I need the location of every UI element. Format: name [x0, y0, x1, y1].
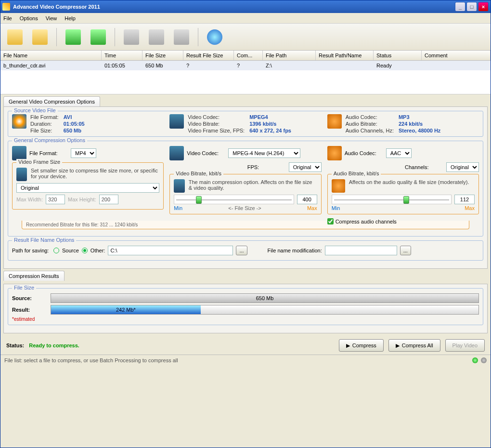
- col-time[interactable]: Time: [102, 51, 142, 60]
- statusbar: File list: select a file to compress, or…: [0, 355, 491, 365]
- play-result-button[interactable]: [171, 27, 192, 47]
- footer: Status: Ready to compress. ▶Compress ▶Co…: [0, 336, 491, 355]
- col-comment[interactable]: Comment: [422, 51, 491, 60]
- filename-mod-input[interactable]: [325, 246, 397, 255]
- table-row[interactable]: b_thunder_cdr.avi 01:05:05 650 Mb ? ? Z:…: [0, 61, 491, 70]
- help-icon: [207, 29, 222, 45]
- menubar: File Options View Help: [0, 13, 491, 24]
- video-bitrate-input[interactable]: [297, 195, 317, 204]
- film-icon: [169, 114, 184, 129]
- app-icon: [2, 3, 10, 11]
- max-height-input: [99, 195, 118, 204]
- bitrate-icon: [174, 179, 184, 193]
- open-file-button[interactable]: [4, 27, 26, 47]
- general-compression-fieldset: General Compression Options File Format:…: [8, 141, 483, 237]
- video-frame-size-fieldset: Video Frame Size Set smaller size to com…: [12, 162, 164, 210]
- col-size[interactable]: File Size: [142, 51, 183, 60]
- path-other-input[interactable]: [108, 246, 233, 255]
- fps-select[interactable]: Original: [289, 162, 322, 172]
- result-filename-fieldset: Result File Name Options Path for saving…: [8, 240, 483, 261]
- source-video-fieldset: Source Video File File Format:AVI Durati…: [8, 111, 483, 137]
- source-size-bar: 650 Mb: [51, 293, 479, 303]
- maximize-button[interactable]: □: [466, 2, 477, 12]
- toolbar: [0, 24, 491, 51]
- menu-options[interactable]: Options: [20, 15, 38, 21]
- menu-view[interactable]: View: [46, 15, 57, 21]
- compress-single-button[interactable]: [63, 27, 84, 47]
- status-text: Ready to compress.: [29, 343, 79, 348]
- compress-button[interactable]: ▶Compress: [339, 339, 384, 352]
- pause-icon: [124, 29, 139, 45]
- play-icon: ▶: [346, 343, 350, 349]
- frame-size-select[interactable]: Original: [16, 183, 159, 193]
- pause-button[interactable]: [121, 27, 142, 47]
- col-status[interactable]: Status: [374, 51, 422, 60]
- close-button[interactable]: ×: [478, 2, 489, 12]
- compress-all-button[interactable]: ▶Compress All: [388, 339, 440, 352]
- folder-icon: [32, 29, 48, 45]
- audio-codec-select[interactable]: AAC: [386, 148, 412, 158]
- col-path[interactable]: File Path: [263, 51, 316, 60]
- status-led-grey: [481, 357, 487, 363]
- filename-mod-button[interactable]: ...: [400, 246, 411, 255]
- play-icon: [65, 29, 81, 45]
- video-codec-select[interactable]: MPEG-4 New (H.264): [228, 148, 300, 158]
- audio-bitrate-fieldset: Audio Bitrate, kbit/s Affects on the aud…: [327, 174, 479, 214]
- audio-bitrate-slider[interactable]: [332, 195, 452, 204]
- disc-icon: [12, 114, 26, 129]
- col-result-size[interactable]: Result File Size: [183, 51, 234, 60]
- speaker-icon: [327, 146, 342, 160]
- col-filename[interactable]: File Name: [0, 51, 102, 60]
- result-size-bar: 242 Mb*: [51, 305, 479, 315]
- file-list-header: File Name Time File Size Result File Siz…: [0, 51, 491, 61]
- audio-bitrate-icon: [332, 179, 345, 193]
- max-width-input: [46, 195, 65, 204]
- file-size-fieldset: File Size Source: 650 Mb Result: 242 Mb*…: [8, 288, 483, 325]
- menu-file[interactable]: File: [3, 15, 12, 21]
- folder-icon: [7, 29, 23, 45]
- video-bitrate-slider[interactable]: [174, 195, 294, 204]
- channels-select[interactable]: Original: [446, 162, 479, 172]
- film-icon: [12, 146, 26, 160]
- tab-general[interactable]: General Video Compression Options: [3, 96, 100, 106]
- window-title: Advanced Video Compressor 2011: [13, 4, 100, 10]
- file-format-select[interactable]: MP4: [71, 148, 96, 158]
- menu-help[interactable]: Help: [65, 15, 76, 21]
- audio-bitrate-input[interactable]: [454, 195, 475, 204]
- tab-results[interactable]: Compression Results: [3, 271, 65, 281]
- minimize-button[interactable]: _: [455, 2, 465, 12]
- compress-audio-checkbox[interactable]: [327, 218, 334, 224]
- film-icon: [169, 146, 184, 160]
- path-source-radio[interactable]: [53, 248, 59, 253]
- col-result-path[interactable]: Result Path/Name: [316, 51, 374, 60]
- compress-batch-button[interactable]: [88, 27, 109, 47]
- speaker-icon: [327, 114, 342, 129]
- col-compression[interactable]: Com...: [234, 51, 263, 60]
- play-result-icon: [174, 29, 189, 45]
- play-icon: [90, 29, 106, 45]
- path-other-radio[interactable]: [82, 248, 88, 253]
- resize-icon: [16, 168, 27, 181]
- open-folder-button[interactable]: [29, 27, 51, 47]
- stop-icon: [149, 29, 164, 45]
- file-list: File Name Time File Size Result File Siz…: [0, 51, 491, 94]
- help-button[interactable]: [204, 27, 225, 47]
- browse-path-button[interactable]: ...: [236, 246, 247, 255]
- status-led-green: [472, 357, 478, 363]
- titlebar: Advanced Video Compressor 2011 _ □ ×: [0, 0, 491, 13]
- play-icon: ▶: [396, 343, 400, 349]
- video-bitrate-fieldset: Video Bitrate, kbit/s The main compressi…: [169, 174, 321, 214]
- play-video-button: Play Video: [445, 339, 485, 352]
- stop-button[interactable]: [146, 27, 167, 47]
